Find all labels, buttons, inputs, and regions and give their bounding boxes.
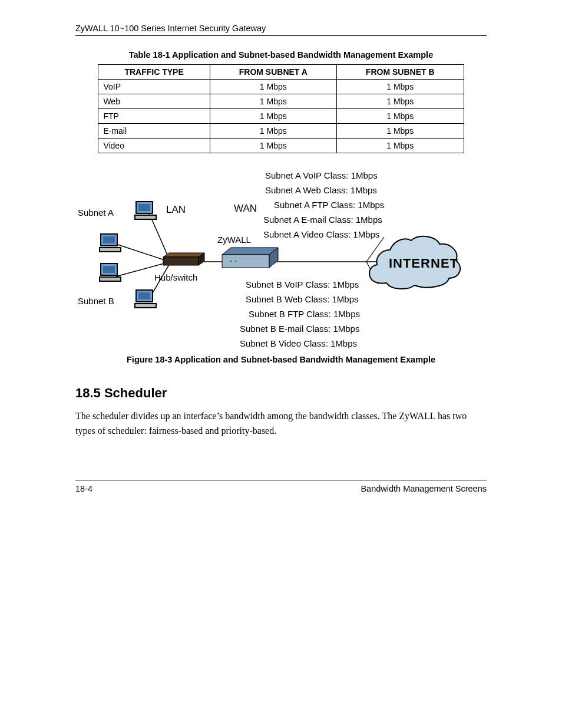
svg-rect-21 — [103, 236, 115, 243]
svg-rect-29 — [138, 292, 150, 299]
table-caption: Table 18-1 Application and Subnet-based … — [75, 50, 487, 60]
class-label: Subnet B E-mail Class: 1Mbps — [240, 324, 359, 334]
class-label: Subnet A Video Class: 1Mbps — [263, 229, 379, 239]
computer-icon — [134, 200, 157, 222]
footer-title: Bandwidth Management Screens — [361, 484, 487, 493]
label-wan: WAN — [234, 203, 257, 215]
cell-type: VoIP — [98, 80, 210, 94]
cell-b: 1 Mbps — [336, 139, 464, 153]
page-number: 18-4 — [75, 484, 92, 493]
section-body: The scheduler divides up an interface’s … — [75, 409, 487, 439]
table-row: Video 1 Mbps 1 Mbps — [98, 139, 464, 153]
svg-rect-17 — [138, 204, 150, 211]
table-row: VoIP 1 Mbps 1 Mbps — [98, 80, 464, 94]
table-row: Web 1 Mbps 1 Mbps — [98, 94, 464, 109]
class-label: Subnet B Web Class: 1Mbps — [246, 294, 358, 304]
svg-line-1 — [116, 244, 166, 261]
cell-type: E-mail — [98, 124, 210, 139]
svg-rect-12 — [222, 255, 269, 268]
class-label: Subnet B FTP Class: 1Mbps — [249, 309, 360, 319]
svg-rect-30 — [135, 304, 156, 308]
network-diagram: Subnet A Subnet B LAN WAN ZyWALL Hub/swi… — [78, 167, 484, 344]
cell-type: Video — [98, 139, 210, 153]
class-label: Subnet A VoIP Class: 1Mbps — [265, 170, 378, 180]
svg-rect-9 — [163, 257, 199, 265]
label-zywall: ZyWALL — [217, 235, 251, 245]
footer: 18-4 Bandwidth Management Screens — [75, 480, 487, 493]
svg-rect-25 — [103, 266, 115, 273]
class-label: Subnet B VoIP Class: 1Mbps — [246, 279, 359, 289]
cell-a: 1 Mbps — [210, 94, 336, 109]
cell-b: 1 Mbps — [336, 124, 464, 139]
table-row: FTP 1 Mbps 1 Mbps — [98, 109, 464, 124]
label-lan: LAN — [166, 204, 186, 216]
figure-caption: Figure 18-3 Application and Subnet-based… — [75, 355, 487, 364]
th-traffic-type: TRAFFIC TYPE — [98, 65, 210, 80]
svg-point-14 — [230, 261, 232, 262]
cell-type: Web — [98, 94, 210, 109]
cell-type: FTP — [98, 109, 210, 124]
svg-point-15 — [235, 261, 237, 262]
th-from-subnet-a: FROM SUBNET A — [210, 65, 336, 80]
cell-b: 1 Mbps — [336, 94, 464, 109]
th-from-subnet-b: FROM SUBNET B — [336, 65, 464, 80]
cell-b: 1 Mbps — [336, 80, 464, 94]
computer-icon — [98, 262, 122, 284]
svg-rect-22 — [100, 248, 121, 252]
computer-icon — [134, 288, 157, 311]
bandwidth-table: TRAFFIC TYPE FROM SUBNET A FROM SUBNET B… — [98, 64, 464, 153]
svg-marker-8 — [163, 253, 204, 257]
section-heading: 18.5 Scheduler — [75, 386, 487, 401]
class-label: Subnet A FTP Class: 1Mbps — [274, 200, 384, 210]
class-label: Subnet A Web Class: 1Mbps — [265, 185, 377, 195]
cell-a: 1 Mbps — [210, 139, 336, 153]
label-hubswitch: Hub/switch — [154, 272, 197, 282]
svg-rect-18 — [135, 215, 156, 219]
class-label: Subnet A E-mail Class: 1Mbps — [263, 215, 382, 225]
cell-b: 1 Mbps — [336, 109, 464, 124]
table-row: E-mail 1 Mbps 1 Mbps — [98, 124, 464, 139]
svg-marker-11 — [222, 248, 278, 255]
label-internet: INTERNET — [389, 256, 458, 271]
cell-a: 1 Mbps — [210, 124, 336, 139]
cell-a: 1 Mbps — [210, 80, 336, 94]
label-subnet-a: Subnet A — [78, 207, 114, 218]
class-label: Subnet B Video Class: 1Mbps — [240, 338, 357, 348]
computer-icon — [98, 232, 122, 255]
cell-a: 1 Mbps — [210, 109, 336, 124]
svg-rect-26 — [100, 277, 121, 281]
running-header: ZyWALL 10~100 Series Internet Security G… — [75, 24, 487, 36]
label-subnet-b: Subnet B — [78, 296, 114, 306]
